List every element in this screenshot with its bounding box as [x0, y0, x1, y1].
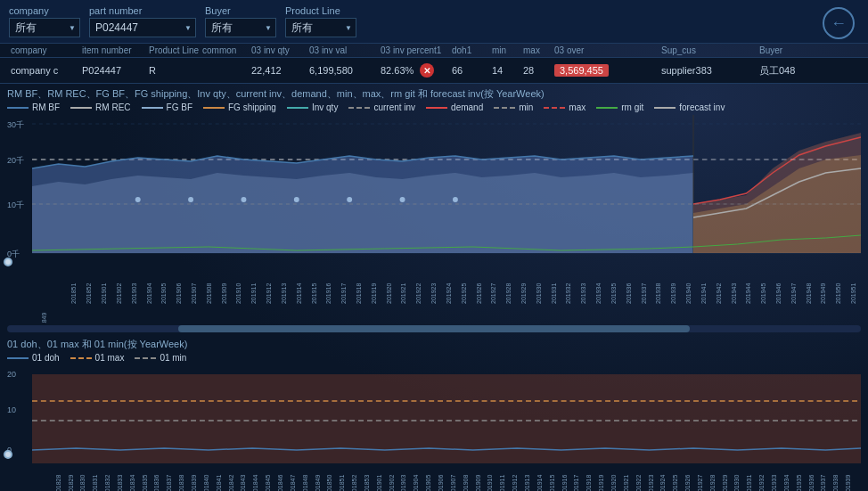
svg-text:201910: 201910	[487, 475, 493, 491]
part-select[interactable]: P024447	[89, 18, 196, 37]
header-inv-pct: 03 inv percent1	[377, 45, 448, 55]
company-filter: company 所有	[9, 5, 80, 37]
svg-text:201926: 201926	[476, 283, 482, 304]
header-inv-val: 03 inv val	[306, 45, 377, 55]
svg-text:201926: 201926	[684, 475, 691, 491]
svg-text:201901: 201901	[101, 283, 107, 304]
pct-value: 82.63%	[381, 65, 414, 76]
header-inv-qty: 03 inv qty	[248, 45, 306, 55]
buyer-select-wrapper[interactable]: 所有	[205, 18, 276, 37]
legend-demand: demand	[426, 102, 483, 112]
legend-min-label: min	[519, 102, 533, 112]
legend-fg-ship-label: FG shipping	[228, 102, 276, 112]
legend-demand-line	[426, 107, 447, 109]
header-company: company	[7, 45, 78, 55]
svg-text:201839: 201839	[191, 475, 197, 491]
svg-text:201949: 201949	[820, 283, 826, 304]
legend-01max-line	[70, 357, 92, 359]
svg-text:201947: 201947	[790, 283, 797, 304]
back-button[interactable]: ←	[823, 7, 855, 39]
svg-text:201928: 201928	[505, 283, 512, 304]
header-min: min	[488, 45, 520, 55]
svg-text:201849: 201849	[41, 313, 47, 323]
x-axis-svg: 201849 201851 201852 201901 201902 20190…	[32, 274, 861, 323]
legend-max-line	[544, 107, 565, 109]
svg-text:201853: 201853	[364, 475, 370, 491]
svg-text:201902: 201902	[116, 283, 122, 304]
svg-text:201931: 201931	[746, 475, 752, 491]
legend-01doh-label: 01 doh	[32, 353, 60, 363]
product-select-wrapper[interactable]: 所有	[285, 18, 356, 37]
chart2-svg	[32, 365, 861, 463]
svg-text:201845: 201845	[265, 475, 271, 491]
part-filter: part number P024447	[89, 5, 196, 37]
chart2-title: 01 doh、01 max 和 01 min(按 YearWeek)	[7, 338, 861, 351]
svg-text:201914: 201914	[536, 475, 543, 491]
legend-rm-bf-label: RM BF	[32, 102, 60, 112]
svg-text:201832: 201832	[104, 475, 111, 491]
svg-text:201913: 201913	[281, 283, 287, 304]
chart2-section: 01 doh、01 max 和 01 min(按 YearWeek) 01 do…	[0, 334, 868, 491]
legend-01max: 01 max	[70, 353, 125, 363]
buyer-select[interactable]: 所有	[205, 18, 276, 37]
legend-inv: Inv qty	[287, 102, 338, 112]
part-select-wrapper[interactable]: P024447	[89, 18, 196, 37]
svg-text:201937: 201937	[641, 283, 647, 304]
svg-text:201919: 201919	[371, 283, 377, 304]
cell-over: 3,569,455	[551, 65, 658, 76]
company-select-wrapper[interactable]: 所有	[9, 18, 80, 37]
svg-text:201906: 201906	[438, 475, 444, 491]
svg-text:201930: 201930	[536, 283, 542, 304]
legend-fg-bf-line	[142, 107, 163, 109]
header-sup: Sup_cus	[658, 45, 756, 55]
cell-buyer: 员工048	[756, 64, 827, 78]
chart1-x-labels: 201849 201851 201852 201901 201902 20190…	[32, 274, 861, 323]
svg-text:201935: 201935	[610, 283, 617, 304]
svg-text:201851: 201851	[339, 475, 345, 491]
legend-fg-ship-line	[203, 107, 225, 109]
header-doh: doh1	[448, 45, 488, 55]
legend-01max-label: 01 max	[95, 353, 125, 363]
svg-text:201922: 201922	[635, 475, 642, 491]
svg-text:201930: 201930	[734, 475, 741, 491]
svg-text:201935: 201935	[796, 475, 802, 491]
svg-text:201852: 201852	[86, 283, 92, 304]
table-row: company c P024447 R 22,412 6,199,580 82.…	[7, 61, 861, 80]
y-label-10k: 10千	[7, 200, 24, 211]
svg-text:201912: 201912	[512, 475, 518, 491]
legend-rm-bf: RM BF	[7, 102, 60, 112]
svg-text:201939: 201939	[845, 475, 851, 491]
svg-text:201851: 201851	[71, 283, 78, 304]
svg-text:201912: 201912	[266, 283, 272, 304]
chart1-scrollbar[interactable]	[7, 325, 861, 332]
svg-text:201919: 201919	[598, 475, 604, 491]
product-select[interactable]: 所有	[285, 18, 356, 37]
legend-cur-inv-label: current inv	[373, 102, 415, 112]
svg-text:201902: 201902	[389, 475, 395, 491]
buyer-filter: Buyer 所有	[205, 5, 276, 37]
svg-text:201920: 201920	[386, 283, 392, 304]
svg-text:201933: 201933	[771, 475, 777, 491]
svg-text:201904: 201904	[146, 283, 152, 304]
legend-01min-line	[135, 357, 156, 359]
svg-text:201903: 201903	[401, 475, 407, 491]
company-select[interactable]: 所有	[9, 18, 80, 37]
legend-forecast: forecast inv	[654, 102, 725, 112]
chart1-scrollbar-thumb[interactable]	[178, 325, 691, 332]
legend-fg-bf-label: FG BF	[167, 102, 192, 112]
svg-text:201916: 201916	[325, 283, 332, 304]
legend-inv-label: Inv qty	[312, 102, 338, 112]
svg-text:201910: 201910	[236, 283, 242, 304]
product-label: Product Line	[285, 5, 356, 16]
legend-rm-rec: RM REC	[70, 102, 130, 112]
svg-text:201847: 201847	[290, 475, 296, 491]
chart2-legend: 01 doh 01 max 01 min	[7, 353, 861, 363]
legend-rm-bf-line	[7, 107, 29, 109]
chart1-dot	[4, 258, 12, 266]
svg-text:201842: 201842	[228, 475, 234, 491]
y2-label-10: 10	[7, 405, 16, 414]
svg-text:201829: 201829	[68, 475, 74, 491]
y-label-20k: 20千	[7, 155, 24, 167]
svg-text:201925: 201925	[461, 283, 467, 304]
svg-text:201913: 201913	[524, 475, 530, 491]
